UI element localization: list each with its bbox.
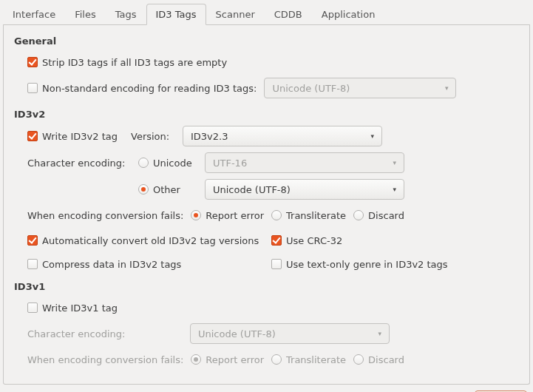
chevron-down-icon: ▾ [445, 84, 449, 92]
other-encoding-select[interactable]: Unicode (UTF-8) ▾ [205, 179, 404, 200]
checkbox-icon [271, 259, 282, 269]
fail-transliterate-radio[interactable]: Transliterate [271, 210, 346, 221]
text-genre-checkbox[interactable]: Use text-only genre in ID3v2 tags [271, 259, 448, 270]
settings-panel: General Strip ID3 tags if all ID3 tags a… [3, 25, 530, 385]
id3v1-char-encoding-label: Character encoding: [27, 328, 183, 339]
checkbox-icon [27, 259, 38, 269]
nonstd-encoding-checkbox[interactable]: Non-standard encoding for reading ID3 ta… [27, 83, 257, 94]
radio-icon [271, 354, 282, 365]
footer: Close [3, 385, 530, 392]
write-id3v2-checkbox[interactable]: Write ID3v2 tag [27, 131, 123, 142]
tab-scanner[interactable]: Scanner [206, 4, 265, 25]
radio-icon [138, 158, 149, 168]
tab-application[interactable]: Application [312, 4, 385, 25]
fail-discard-radio[interactable]: Discard [353, 210, 404, 221]
chevron-down-icon: ▾ [393, 186, 396, 193]
char-encoding-label: Character encoding: [27, 158, 131, 169]
checkbox-icon [27, 303, 38, 313]
tabbar: Interface Files Tags ID3 Tags Scanner CD… [3, 3, 530, 25]
tab-cddb[interactable]: CDDB [265, 4, 312, 25]
unicode-encoding-select: UTF-16 ▾ [205, 152, 404, 173]
conversion-fails-label: When encoding conversion fails: [27, 210, 183, 221]
radio-icon [353, 210, 364, 220]
fail-report-radio[interactable]: Report error [191, 210, 264, 221]
compress-checkbox[interactable]: Compress data in ID3v2 tags [27, 259, 264, 270]
tab-files[interactable]: Files [65, 4, 106, 25]
id3v1-fail-discard-radio: Discard [353, 354, 404, 365]
radio-icon [191, 210, 201, 220]
id3v1-fail-report-radio: Report error [191, 354, 264, 365]
id3v1-conversion-fails-label: When encoding conversion fails: [27, 354, 183, 365]
id3v1-fail-transliterate-radio: Transliterate [271, 354, 346, 365]
radio-icon [138, 184, 149, 195]
radio-icon [271, 210, 282, 220]
section-general-title: General [14, 36, 519, 47]
encoding-unicode-radio[interactable]: Unicode [138, 158, 197, 169]
write-id3v1-checkbox[interactable]: Write ID3v1 tag [27, 303, 118, 314]
radio-icon [191, 354, 201, 365]
strip-id3-checkbox[interactable]: Strip ID3 tags if all ID3 tags are empty [27, 57, 227, 68]
tab-interface[interactable]: Interface [3, 4, 65, 25]
tab-tags[interactable]: Tags [106, 4, 146, 25]
version-label: Version: [131, 131, 175, 142]
checkbox-icon [27, 131, 38, 141]
nonstd-encoding-select: Unicode (UTF-8) ▾ [264, 78, 456, 98]
chevron-down-icon: ▾ [370, 132, 374, 140]
chevron-down-icon: ▾ [393, 159, 396, 166]
checkbox-icon [271, 235, 282, 246]
autoconvert-checkbox[interactable]: Automatically convert old ID3v2 tag vers… [27, 235, 264, 246]
crc32-checkbox[interactable]: Use CRC-32 [271, 235, 342, 246]
checkbox-icon [27, 57, 38, 67]
section-id3v2-title: ID3v2 [14, 109, 519, 120]
radio-icon [353, 354, 364, 365]
section-id3v1-title: ID3v1 [14, 281, 519, 292]
tab-id3-tags[interactable]: ID3 Tags [146, 4, 206, 25]
chevron-down-icon: ▾ [378, 330, 381, 337]
id3v1-encoding-select: Unicode (UTF-8) ▾ [190, 323, 390, 344]
checkbox-icon [27, 83, 38, 93]
encoding-other-radio[interactable]: Other [138, 184, 197, 195]
checkbox-icon [27, 235, 38, 246]
id3v2-version-select[interactable]: ID3v2.3 ▾ [183, 126, 382, 146]
